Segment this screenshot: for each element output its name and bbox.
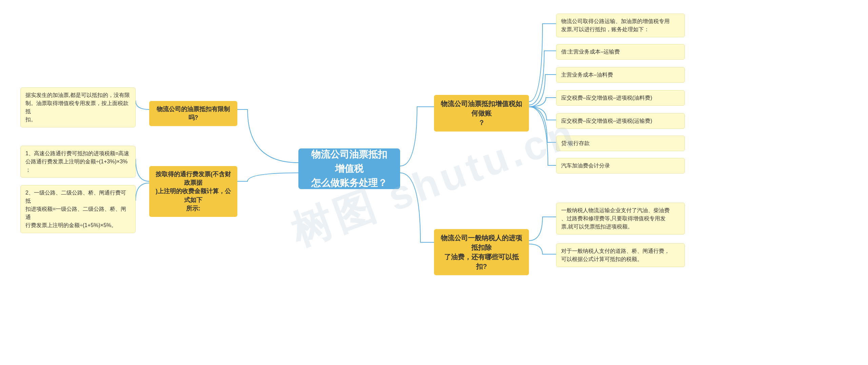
central-node: 物流公司油票抵扣增值税 怎么做账务处理？ — [298, 148, 400, 189]
info-node-r1-4: 应交税费–应交增值税–进项税(运输费) — [556, 113, 685, 129]
info-node-r2-1: 对于一般纳税人支付的道路、桥、闸通行费， 可以根据公式计算可抵扣的税额。 — [556, 243, 685, 267]
branch-left1: 物流公司的油票抵扣有限制吗? — [149, 101, 237, 126]
info-node-r1-2: 主营业务成本–油料费 — [556, 67, 685, 83]
info-node-r2-0: 一般纳税人物流运输企业支付了汽油、柴油费 、过路费和修理费等,只要取得增值税专用… — [556, 203, 685, 235]
info-node-l1-0: 据实发生的加油票,都是可以抵扣的，没有限 制。油票取得增值税专用发票，按上面税款… — [20, 87, 136, 127]
info-node-l2-1: 2、一级公路、二级公路、桥、闸通行费可抵 扣进项税额=一级公路、二级公路、桥、闸… — [20, 185, 136, 233]
branch-right1: 物流公司油票抵扣增值税如何做账 ？ — [434, 95, 529, 131]
connectors — [0, 0, 868, 365]
info-node-r1-1: 借:主营业务成本–运输费 — [556, 44, 685, 60]
info-node-l2-0: 1、高速公路通行费可抵扣的进项税额=高速 公路通行费发票上注明的金额÷(1+3%… — [20, 146, 136, 178]
branch-right2: 物流公司一般纳税人的进项抵扣除 了油费，还有哪些可以抵扣? — [434, 229, 529, 275]
branch-left2: 按取得的通行费发票(不含财政票据 )上注明的收费金额计算，公式如下 所示: — [149, 166, 237, 217]
info-node-r1-0: 物流公司取得公路运输、加油票的增值税专用 发票,可以进行抵扣，账务处理如下： — [556, 14, 685, 37]
info-node-r1-6: 汽车加油费会计分录 — [556, 158, 685, 174]
canvas: 物流公司油票抵扣增值税 怎么做账务处理？ 物流公司油票抵扣增值税如何做账 ？ 物… — [0, 0, 868, 365]
info-node-r1-5: 贷:银行存款 — [556, 136, 685, 151]
info-node-r1-3: 应交税费–应交增值税–进项税(油料费) — [556, 90, 685, 106]
